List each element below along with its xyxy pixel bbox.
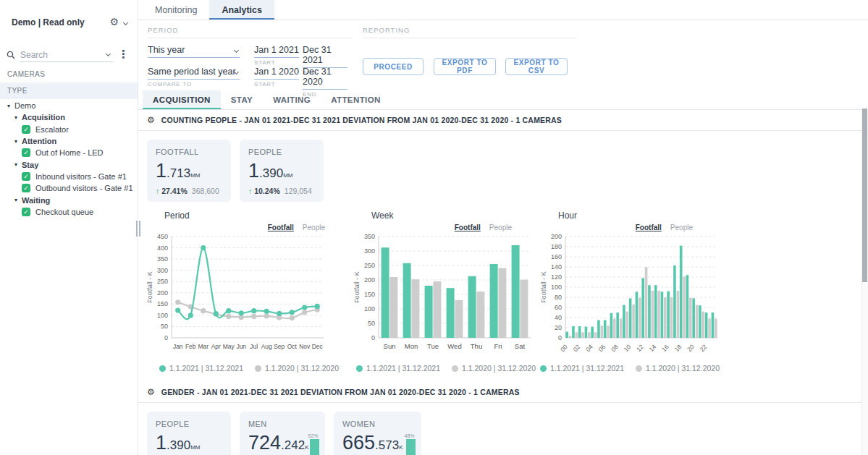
svg-text:150: 150 xyxy=(364,291,375,298)
kpi-card-women: WOMEN665.573K↑ 34.0%168,87248% xyxy=(334,412,421,455)
tree-root[interactable]: ▾Demo xyxy=(0,100,138,111)
svg-text:20: 20 xyxy=(686,343,696,353)
toggle-footfall[interactable]: Footfall xyxy=(268,224,294,231)
svg-text:Mon: Mon xyxy=(405,342,418,350)
checkbox-checked-icon[interactable]: ✓ xyxy=(22,184,30,192)
svg-text:22: 22 xyxy=(699,343,709,353)
toggle-footfall[interactable]: Footfall xyxy=(455,224,481,231)
section-gear-icon[interactable]: ⚙ xyxy=(147,115,155,125)
legend-item: 1.1.2020 | 31.12.2020 xyxy=(452,364,536,373)
tree-item-checkout-queue[interactable]: ✓Checkout queue xyxy=(0,206,138,218)
svg-text:Sun: Sun xyxy=(384,342,396,350)
gender-share-pct: 52% xyxy=(307,433,319,438)
svg-text:Jul: Jul xyxy=(250,343,258,350)
tree-item-label: Out of Home - LED xyxy=(35,148,104,157)
tab-analytics[interactable]: Analytics xyxy=(209,0,274,20)
tree-item-outbound-visitors-gate-1[interactable]: ✓Outbound visitors - Gate #1 xyxy=(0,182,138,194)
svg-text:100: 100 xyxy=(157,312,168,319)
settings-gear-icon[interactable]: ⚙ xyxy=(109,16,119,27)
date-input[interactable]: Jan 1 2021 xyxy=(254,45,299,58)
tree-group-attention[interactable]: ▾Attention xyxy=(0,135,138,147)
legend-item: 1.1.2020 | 31.12.2020 xyxy=(255,364,339,373)
proceed-button[interactable]: PROCEED xyxy=(363,58,424,75)
tree-item-inbound-visitors-gate-1[interactable]: ✓Inbound visitors - Gate #1 xyxy=(0,171,138,182)
checkbox-checked-icon[interactable]: ✓ xyxy=(22,148,30,157)
date-field-3: Dec 31 2020END xyxy=(303,67,347,98)
chevron-down-icon[interactable] xyxy=(123,20,128,25)
checkbox-checked-icon[interactable]: ✓ xyxy=(22,208,30,216)
tree-group-waiting[interactable]: ▾Waiting xyxy=(0,194,138,205)
tree-item-out-of-home-led[interactable]: ✓Out of Home - LED xyxy=(0,147,138,158)
svg-text:Mar: Mar xyxy=(198,343,208,350)
period-select[interactable]: This year xyxy=(148,45,240,58)
cameras-section-header[interactable]: CAMERAS xyxy=(0,67,138,82)
workspace-title: Demo | Read only xyxy=(12,17,85,27)
scrollbar-track[interactable] xyxy=(861,109,868,455)
tree-group-stay[interactable]: ▾Stay xyxy=(0,158,138,170)
legend-dot-icon xyxy=(255,365,261,372)
date-caption: END xyxy=(303,91,347,98)
svg-text:0: 0 xyxy=(164,334,168,341)
chart-metric-toggles: FootfallPeople xyxy=(455,224,512,231)
subtab-acquisition[interactable]: ACQUISITION xyxy=(143,90,221,109)
tree-item-label: Escalator xyxy=(35,125,69,134)
gender-share-pct: 48% xyxy=(403,433,416,438)
toggle-people[interactable]: People xyxy=(489,224,512,231)
svg-text:Jun: Jun xyxy=(236,343,246,350)
export-to-pdf-button[interactable]: EXPORT TO PDF xyxy=(434,58,496,75)
svg-text:Wed: Wed xyxy=(447,342,461,350)
kpi-frac: .713 xyxy=(167,166,190,180)
kpi-frac: .390 xyxy=(167,438,190,452)
date-field-2: Jan 1 2020START xyxy=(254,67,299,88)
chart-block-week: WeekFootfallPeople050100150200250300350F… xyxy=(353,209,539,373)
scrollbar-thumb[interactable] xyxy=(862,109,867,282)
kpi-value: 1.390MM xyxy=(156,432,222,454)
export-to-csv-button[interactable]: EXPORT TO CSV xyxy=(505,58,568,75)
kpi-label: PEOPLE xyxy=(248,148,315,156)
date-input[interactable]: Dec 31 2021 xyxy=(303,45,347,68)
legend-item: 1.1.2021 | 31.12.2021 xyxy=(356,364,440,373)
date-input[interactable]: Jan 1 2020 xyxy=(254,67,299,80)
compare-select[interactable]: Same period last year xyxy=(148,67,240,80)
subtab-stay[interactable]: STAY xyxy=(221,90,263,109)
svg-text:Footfall - K: Footfall - K xyxy=(540,271,547,303)
chart-metric-toggles: FootfallPeople xyxy=(636,224,693,231)
reporting-group-label: REPORTING xyxy=(363,26,410,34)
counting-people-section-header: ⚙ COUNTING PEOPLE - JAN 01 2021-DEC 31 2… xyxy=(138,110,861,131)
svg-text:Fri: Fri xyxy=(494,342,502,350)
section-gear-icon[interactable]: ⚙ xyxy=(147,387,155,397)
filter-controls: PERIOD REPORTING This year Same period l… xyxy=(138,20,868,90)
kpi-unit: K xyxy=(399,444,403,451)
toggle-footfall[interactable]: Footfall xyxy=(636,224,662,231)
kpi-card-people: PEOPLE1.390MM↑ 10.24%129,054 xyxy=(240,140,324,202)
toggle-people[interactable]: People xyxy=(303,224,325,231)
kpi-value: 1.390MM xyxy=(248,160,315,182)
sidebar: Demo | Read only ⚙ ⋮ CAMERAS TYPE ▾Demo▾… xyxy=(0,0,138,455)
gender-share: 48% xyxy=(403,433,416,455)
kpi-frac: .573 xyxy=(375,438,399,452)
search-input[interactable] xyxy=(20,50,99,60)
tree-group-acquisition[interactable]: ▾Acquisition xyxy=(0,111,138,123)
search-field[interactable] xyxy=(20,48,113,62)
kebab-menu-icon[interactable]: ⋮ xyxy=(118,48,129,61)
svg-text:50: 50 xyxy=(368,320,375,327)
svg-text:Thu: Thu xyxy=(471,342,482,350)
tab-monitoring[interactable]: Monitoring xyxy=(143,0,209,20)
legend-label: 1.1.2020 | 31.12.2020 xyxy=(646,364,720,373)
svg-text:Footfall - K: Footfall - K xyxy=(353,271,361,303)
chevron-down-icon xyxy=(234,48,239,53)
kpi-delta-value: 129,054 xyxy=(285,187,312,195)
type-section-header[interactable]: TYPE xyxy=(0,83,138,99)
chevron-down-icon[interactable] xyxy=(106,51,111,56)
chart-period: 050100150200250300350400450Footfall - KJ… xyxy=(146,229,328,364)
legend-dot-icon xyxy=(356,365,363,372)
checkbox-checked-icon[interactable]: ✓ xyxy=(22,125,30,134)
toggle-people[interactable]: People xyxy=(670,224,693,231)
gender-share-bar xyxy=(406,439,416,455)
svg-text:16: 16 xyxy=(660,343,670,353)
svg-text:08: 08 xyxy=(610,343,620,353)
date-input[interactable]: Dec 31 2020 xyxy=(303,67,347,90)
checkbox-checked-icon[interactable]: ✓ xyxy=(22,172,30,181)
tree-item-escalator[interactable]: ✓Escalator xyxy=(0,124,138,135)
date-caption: START xyxy=(254,81,299,88)
